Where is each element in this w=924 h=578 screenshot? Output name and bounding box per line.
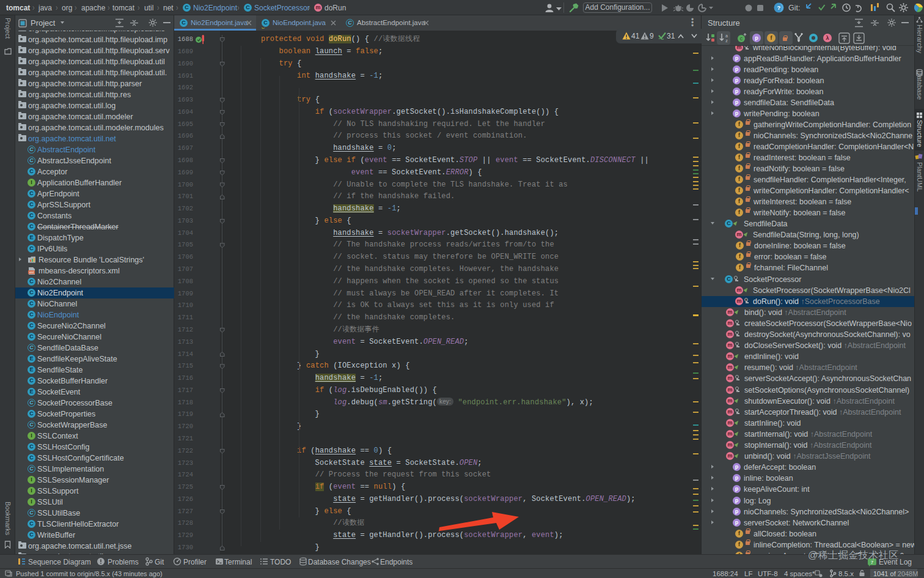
svg-text:c: c bbox=[740, 35, 743, 42]
svg-text:?: ? bbox=[777, 4, 781, 11]
svg-text:xml: xml bbox=[29, 270, 34, 274]
svg-text:a: a bbox=[725, 34, 728, 38]
svg-text:z: z bbox=[725, 39, 728, 43]
